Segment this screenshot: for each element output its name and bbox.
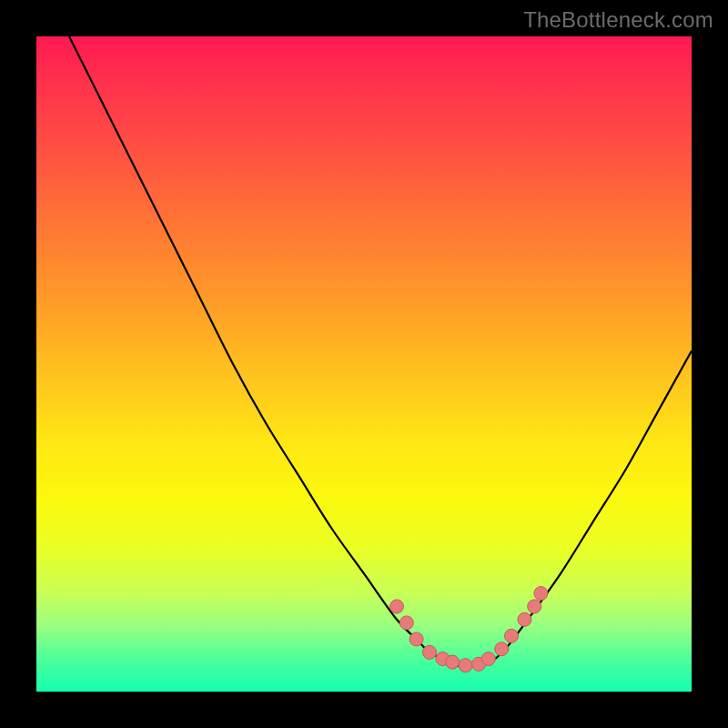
curve-marker [528,600,541,613]
chart-overlay-svg [36,36,692,692]
curve-marker [534,587,548,601]
watermark-text: TheBottleneck.com [523,7,713,33]
curve-marker [481,652,495,666]
marker-layer [390,587,548,672]
curve-marker [390,600,404,613]
curve-marker [410,632,423,646]
bottleneck-curve [69,36,692,666]
curve-marker [518,612,531,626]
curve-marker [446,655,460,669]
curve-marker [505,629,519,642]
curve-marker [459,659,472,672]
curve-marker [495,642,509,656]
curve-marker [423,645,437,659]
chart-stage: TheBottleneck.com [0,0,728,728]
curve-marker [399,616,413,630]
plot-area [36,36,692,692]
